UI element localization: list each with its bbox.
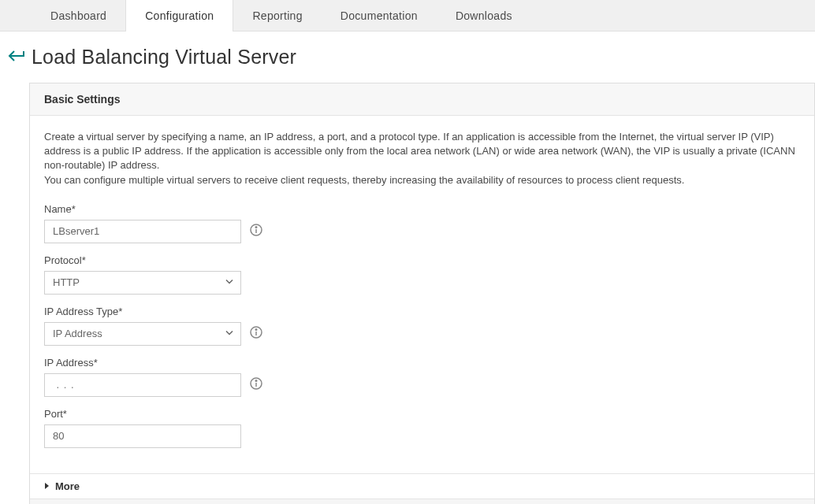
svg-point-5 <box>255 329 257 331</box>
action-bar: OK Cancel <box>30 498 814 504</box>
info-icon[interactable] <box>249 223 263 239</box>
tab-dashboard[interactable]: Dashboard <box>32 0 125 32</box>
ip-type-label: IP Address Type* <box>44 306 800 317</box>
tab-bar: Dashboard Configuration Reporting Docume… <box>0 0 815 32</box>
basic-settings-panel: Basic Settings Create a virtual server b… <box>29 83 815 504</box>
name-label: Name* <box>44 203 800 215</box>
svg-point-2 <box>255 227 257 228</box>
chevron-right-icon <box>44 482 50 490</box>
protocol-label: Protocol* <box>44 254 800 266</box>
chevron-down-icon <box>225 328 234 339</box>
chevron-down-icon <box>225 276 234 288</box>
ip-address-label: IP Address* <box>44 357 800 369</box>
page-title: Load Balancing Virtual Server <box>32 46 296 69</box>
svg-point-8 <box>255 380 257 382</box>
info-icon[interactable] <box>249 325 263 342</box>
tab-documentation[interactable]: Documentation <box>322 0 437 32</box>
back-arrow-icon[interactable] <box>8 49 25 65</box>
port-input[interactable] <box>44 424 241 448</box>
tab-reporting[interactable]: Reporting <box>233 0 321 32</box>
ip-type-select[interactable]: IP Address <box>44 322 241 346</box>
port-label: Port* <box>44 408 800 420</box>
info-icon[interactable] <box>249 376 263 393</box>
protocol-select[interactable]: HTTP <box>44 271 241 295</box>
tab-configuration[interactable]: Configuration <box>125 0 233 32</box>
ip-address-input[interactable] <box>44 373 241 397</box>
name-input[interactable] <box>44 220 241 243</box>
panel-description: Create a virtual server by specifying a … <box>44 130 800 187</box>
tab-downloads[interactable]: Downloads <box>437 0 531 32</box>
more-toggle[interactable]: More <box>30 473 814 498</box>
panel-title: Basic Settings <box>30 83 814 116</box>
